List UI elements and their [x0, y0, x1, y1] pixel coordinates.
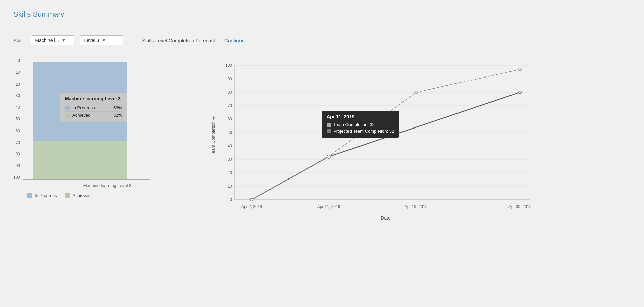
skill-dropdown-chevron-icon: ▼ [62, 38, 66, 43]
y-label-40: 40 [13, 105, 20, 109]
bar-legend-row: In Progress Achieved [27, 193, 188, 198]
line-tooltip-box-2 [327, 129, 331, 133]
tooltip-inprogress-color [65, 106, 70, 110]
line-tooltip-row-1: Team Completion: 32 [327, 121, 394, 128]
tooltip-inprogress-label: In Progress [72, 105, 95, 110]
bar-y-axis: 100 90 80 70 60 50 40 30 20 10 0 [13, 59, 20, 180]
y-label-70: 70 [13, 141, 20, 145]
tooltip-achieved-label: Achieved [72, 113, 90, 118]
line-tooltip-label-1: Team Completion: 32 [333, 122, 375, 127]
solid-point-3 [519, 91, 521, 94]
y-label-60: 60 [13, 129, 20, 133]
charts-row: 100 90 80 70 60 50 40 30 20 10 0 [13, 59, 631, 227]
y-label-0: 0 [13, 59, 20, 63]
forecast-label: Skills Level Completion Forecast [142, 38, 215, 43]
legend-inprogress-box [27, 193, 32, 198]
page-container: Skills Summary Skill Machine l... ▼ Leve… [0, 0, 644, 307]
line-chart-svg: 0 10 20 30 40 50 60 70 80 90 100 Team Co… [208, 59, 543, 226]
x-label-4: Apr 30, 2019 [508, 204, 532, 209]
controls-row: Skill Machine l... ▼ Level 3 ▼ Skills Le… [13, 35, 631, 45]
bar-chart-container: 100 90 80 70 60 50 40 30 20 10 0 [13, 59, 188, 198]
dashed-point-1 [250, 198, 253, 201]
x-label-2: Apr 11, 2019 [317, 204, 340, 209]
svg-text:0: 0 [230, 197, 232, 202]
legend-inprogress-label: In Progress [35, 193, 57, 198]
bar-x-axis-label: Machine learning Level 3 [27, 183, 188, 188]
section-divider [13, 25, 631, 25]
line-tooltip-box-1 [327, 123, 331, 127]
bar-chart-wrapper: 100 90 80 70 60 50 40 30 20 10 0 [13, 59, 188, 180]
y-label-90: 90 [13, 164, 20, 168]
bar-tooltip-row-inprogress: In Progress 66% [65, 104, 122, 111]
dashed-point-2 [327, 155, 330, 158]
svg-text:30: 30 [228, 157, 232, 162]
svg-text:90: 90 [228, 76, 232, 81]
page-title: Skills Summary [13, 10, 631, 19]
y-label-30: 30 [13, 94, 20, 98]
y-label-20: 20 [13, 82, 20, 86]
svg-text:70: 70 [228, 103, 232, 108]
y-label-10: 10 [13, 70, 20, 74]
svg-text:40: 40 [228, 144, 232, 148]
skill-label: Skill [13, 38, 23, 43]
bar-area: Machine learning Level 3 In Progress 66% [23, 59, 150, 180]
line-chart-svg-wrapper: 0 10 20 30 40 50 60 70 80 90 100 Team Co… [208, 59, 631, 227]
level-dropdown-chevron-icon: ▼ [102, 38, 106, 43]
y-label-80: 80 [13, 152, 20, 156]
bar-achieved [33, 141, 127, 179]
tooltip-inprogress-value: 66% [113, 105, 122, 110]
bar-tooltip-title: Machine learning Level 3 [65, 96, 122, 101]
svg-text:60: 60 [228, 117, 232, 121]
line-tooltip-row-2: Projected Team Completion: 32 [327, 128, 394, 134]
x-label-3: Apr 13, 2019 [405, 204, 428, 209]
tooltip-achieved-value: 32% [113, 113, 122, 118]
y-label-50: 50 [13, 117, 20, 121]
svg-text:80: 80 [228, 90, 232, 95]
skill-dropdown-value: Machine l... [35, 38, 59, 43]
x-label-1: Apr 2, 2019 [241, 204, 262, 209]
skill-dropdown[interactable]: Machine l... ▼ [31, 35, 74, 45]
dashed-point-4 [519, 68, 521, 71]
x-axis-title: Date [381, 215, 391, 221]
bar-chart-tooltip: Machine learning Level 3 In Progress 66% [60, 92, 127, 122]
legend-achieved: Achieved [65, 193, 90, 198]
legend-achieved-label: Achieved [72, 193, 90, 198]
svg-text:Team Completion %: Team Completion % [211, 116, 216, 155]
line-chart-container: 0 10 20 30 40 50 60 70 80 90 100 Team Co… [208, 59, 631, 227]
line-tooltip-title: Apr 11, 2019 [327, 114, 394, 119]
level-dropdown-value: Level 3 [84, 38, 99, 43]
svg-text:50: 50 [228, 130, 232, 135]
legend-inprogress: In Progress [27, 193, 57, 198]
legend-achieved-box [65, 193, 70, 198]
level-dropdown[interactable]: Level 3 ▼ [80, 35, 123, 45]
line-tooltip-label-2: Projected Team Completion: 32 [333, 129, 394, 134]
bar-tooltip-row-achieved: Achieved 32% [65, 111, 122, 119]
svg-text:100: 100 [225, 63, 232, 68]
tooltip-achieved-color [65, 113, 70, 118]
y-label-100: 100 [13, 175, 20, 180]
line-chart-tooltip: Apr 11, 2019 Team Completion: 32 Project… [322, 111, 399, 138]
dashed-point-3 [415, 91, 417, 94]
configure-link[interactable]: Configure [224, 38, 246, 43]
svg-text:20: 20 [228, 170, 232, 175]
svg-text:10: 10 [228, 184, 232, 189]
